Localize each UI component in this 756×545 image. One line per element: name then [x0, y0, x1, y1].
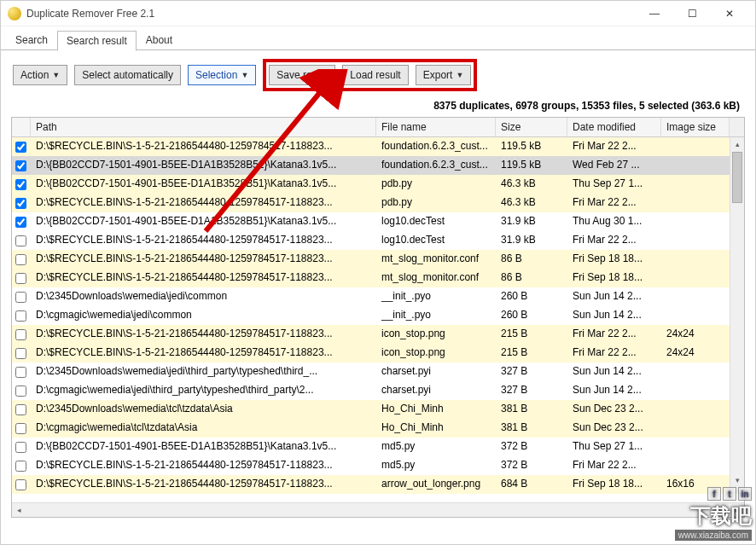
row-checkbox[interactable]: [12, 306, 31, 325]
row-checkbox[interactable]: [12, 438, 31, 456]
table-row[interactable]: D:\2345Downloads\wemedia\jedi\third_part…: [12, 362, 744, 381]
table-row[interactable]: D:\cgmagic\wemedia\jedi\third_party\type…: [12, 381, 744, 400]
vertical-scrollbar[interactable]: ▴ ▾: [730, 137, 744, 488]
cell-path: D:\$RECYCLE.BIN\S-1-5-21-2186544480-1259…: [31, 231, 376, 250]
checkbox[interactable]: [15, 310, 26, 322]
cell-size: 327 B: [496, 362, 567, 381]
checkbox[interactable]: [15, 273, 26, 284]
row-checkbox[interactable]: [12, 175, 31, 194]
cell-image-size: [661, 419, 730, 438]
grid-body[interactable]: D:\$RECYCLE.BIN\S-1-5-21-2186544480-1259…: [12, 137, 744, 502]
table-row[interactable]: D:\{BB02CCD7-1501-4901-B5EE-D1A1B3528B51…: [12, 175, 744, 194]
checkbox[interactable]: [15, 160, 26, 171]
export-button[interactable]: Export ▼: [416, 65, 472, 85]
selection-button[interactable]: Selection ▼: [188, 65, 256, 85]
column-image-size[interactable]: Image size: [661, 118, 730, 136]
table-row[interactable]: D:\2345Downloads\wemedia\jedi\common__in…: [12, 287, 744, 306]
table-row[interactable]: D:\{BB02CCD7-1501-4901-B5EE-D1A1B3528B51…: [12, 212, 744, 231]
row-checkbox[interactable]: [12, 212, 31, 231]
cell-file-name: mt_slog_monitor.conf: [376, 269, 496, 287]
table-row[interactable]: D:\{BB02CCD7-1501-4901-B5EE-D1A1B3528B51…: [12, 438, 744, 456]
row-checkbox[interactable]: [12, 194, 31, 212]
table-row[interactable]: D:\$RECYCLE.BIN\S-1-5-21-2186544480-1259…: [12, 231, 744, 250]
cell-path: D:\$RECYCLE.BIN\S-1-5-21-2186544480-1259…: [31, 137, 376, 156]
scroll-left-icon[interactable]: ◂: [12, 503, 26, 517]
row-checkbox[interactable]: [12, 362, 31, 381]
cell-size: 119.5 kB: [496, 156, 567, 175]
table-row[interactable]: D:\$RECYCLE.BIN\S-1-5-21-2186544480-1259…: [12, 269, 744, 287]
column-path[interactable]: Path: [31, 118, 376, 136]
tab-search[interactable]: Search: [6, 30, 57, 50]
row-checkbox[interactable]: [12, 419, 31, 438]
cell-path: D:\$RECYCLE.BIN\S-1-5-21-2186544480-1259…: [31, 475, 376, 494]
table-row[interactable]: D:\$RECYCLE.BIN\S-1-5-21-2186544480-1259…: [12, 475, 744, 494]
checkbox[interactable]: [15, 367, 26, 378]
scroll-track[interactable]: [26, 503, 730, 517]
checkbox[interactable]: [15, 404, 26, 415]
cell-date: Fri Sep 18 18...: [567, 250, 661, 269]
table-row[interactable]: D:\2345Downloads\wemedia\tcl\tzdata\Asia…: [12, 400, 744, 419]
row-checkbox[interactable]: [12, 250, 31, 269]
save-result-button[interactable]: Save result: [269, 65, 335, 85]
cell-image-size: [661, 362, 730, 381]
tab-about[interactable]: About: [137, 30, 182, 50]
checkbox[interactable]: [15, 461, 26, 472]
row-checkbox[interactable]: [12, 456, 31, 475]
row-checkbox[interactable]: [12, 325, 31, 344]
checkbox[interactable]: [15, 442, 26, 453]
cell-image-size: [661, 438, 730, 456]
cell-path: D:\$RECYCLE.BIN\S-1-5-21-2186544480-1259…: [31, 325, 376, 344]
checkbox[interactable]: [15, 329, 26, 340]
row-checkbox[interactable]: [12, 156, 31, 175]
table-row[interactable]: D:\$RECYCLE.BIN\S-1-5-21-2186544480-1259…: [12, 137, 744, 156]
checkbox[interactable]: [15, 292, 26, 303]
row-checkbox[interactable]: [12, 269, 31, 287]
checkbox[interactable]: [15, 348, 26, 359]
select-auto-label: Select automatically: [82, 69, 173, 81]
checkbox[interactable]: [15, 217, 26, 228]
scroll-up-icon[interactable]: ▴: [730, 137, 744, 152]
select-automatically-button[interactable]: Select automatically: [74, 65, 181, 85]
checkbox[interactable]: [15, 479, 26, 490]
row-checkbox[interactable]: [12, 400, 31, 419]
cell-file-name: mt_slog_monitor.conf: [376, 250, 496, 269]
table-row[interactable]: D:\$RECYCLE.BIN\S-1-5-21-2186544480-1259…: [12, 456, 744, 475]
table-row[interactable]: D:\$RECYCLE.BIN\S-1-5-21-2186544480-1259…: [12, 194, 744, 212]
checkbox[interactable]: [15, 142, 26, 153]
row-checkbox[interactable]: [12, 344, 31, 362]
load-result-button[interactable]: Load result: [342, 65, 408, 85]
checkbox[interactable]: [15, 198, 26, 209]
checkbox[interactable]: [15, 179, 26, 190]
cell-path: D:\{BB02CCD7-1501-4901-B5EE-D1A1B3528B51…: [31, 438, 376, 456]
row-checkbox[interactable]: [12, 475, 31, 494]
row-checkbox[interactable]: [12, 381, 31, 400]
minimize-button[interactable]: —: [636, 2, 673, 26]
row-checkbox[interactable]: [12, 231, 31, 250]
table-row[interactable]: D:\$RECYCLE.BIN\S-1-5-21-2186544480-1259…: [12, 325, 744, 344]
scroll-thumb[interactable]: [732, 152, 742, 203]
cell-image-size: [661, 212, 730, 231]
table-row[interactable]: D:\cgmagic\wemedia\jedi\common__init_.py…: [12, 306, 744, 325]
maximize-button[interactable]: ☐: [673, 2, 711, 26]
row-checkbox[interactable]: [12, 287, 31, 306]
checkbox[interactable]: [15, 235, 26, 246]
column-size[interactable]: Size: [496, 118, 567, 136]
checkbox[interactable]: [15, 423, 26, 434]
row-checkbox[interactable]: [12, 137, 31, 156]
table-row[interactable]: D:\cgmagic\wemedia\tcl\tzdata\AsiaHo_Chi…: [12, 419, 744, 438]
column-date-modified[interactable]: Date modified: [567, 118, 661, 136]
table-row[interactable]: D:\$RECYCLE.BIN\S-1-5-21-2186544480-1259…: [12, 250, 744, 269]
column-file-name[interactable]: File name: [376, 118, 496, 136]
table-row[interactable]: D:\$RECYCLE.BIN\S-1-5-21-2186544480-1259…: [12, 344, 744, 362]
scroll-down-icon[interactable]: ▾: [730, 473, 744, 488]
table-row[interactable]: D:\{BB02CCD7-1501-4901-B5EE-D1A1B3528B51…: [12, 156, 744, 175]
tab-search-result[interactable]: Search result: [57, 31, 137, 51]
checkbox[interactable]: [15, 254, 26, 265]
cell-image-size: [661, 175, 730, 194]
checkbox[interactable]: [15, 386, 26, 397]
horizontal-scrollbar[interactable]: ◂ ▸: [12, 502, 744, 517]
cell-path: D:\$RECYCLE.BIN\S-1-5-21-2186544480-1259…: [31, 456, 376, 475]
column-checkbox[interactable]: [12, 118, 31, 136]
action-button[interactable]: Action ▼: [13, 65, 67, 85]
close-button[interactable]: ✕: [711, 2, 748, 26]
